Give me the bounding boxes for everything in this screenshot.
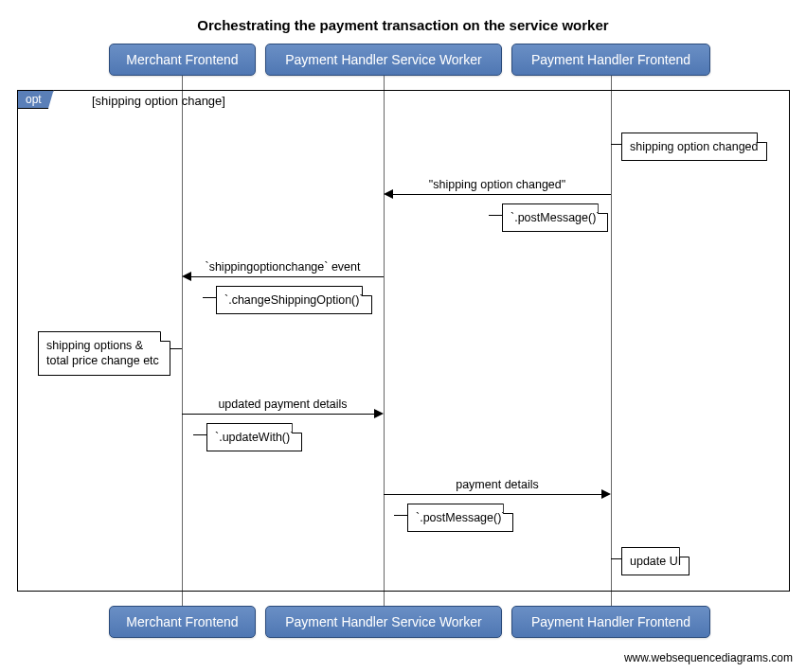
note-tick-5 xyxy=(193,434,206,435)
msg3-label: updated payment details xyxy=(182,398,384,411)
note-update-ui: update UI xyxy=(621,547,690,575)
note-tick-6 xyxy=(394,515,407,516)
note-options-total-text: shipping options & total price change et… xyxy=(46,339,159,367)
actor-frontend-top: Payment Handler Frontend xyxy=(511,44,710,76)
opt-label: opt xyxy=(17,90,54,109)
note-postmsg2: `.postMessage()` xyxy=(407,504,513,532)
actor-frontend-bottom: Payment Handler Frontend xyxy=(511,606,710,638)
note-postmsg1: `.postMessage()` xyxy=(502,203,608,232)
msg2-label: `shippingoptionchange` event xyxy=(182,260,384,274)
note-tick-3 xyxy=(203,297,216,298)
actor-merchant-top: Merchant Frontend xyxy=(109,44,256,76)
msg4-line xyxy=(384,494,601,495)
msg1-arrow xyxy=(384,189,393,199)
note-tick-1 xyxy=(611,144,621,145)
opt-guard: [shipping option change] xyxy=(92,94,225,108)
note-shipping-changed: shipping option changed xyxy=(621,133,767,161)
msg2-line xyxy=(191,276,384,277)
note-tick-2 xyxy=(489,215,502,216)
actor-sw-bottom: Payment Handler Service Worker xyxy=(265,606,502,638)
note-tick-4 xyxy=(170,348,182,349)
msg1-label: "shipping option changed" xyxy=(384,178,611,191)
note-options-total: shipping options & total price change et… xyxy=(38,331,170,376)
msg3-arrow xyxy=(374,409,384,418)
msg3-line xyxy=(182,414,374,415)
msg1-line xyxy=(393,194,611,195)
note-change-shipping: `.changeShippingOption()` xyxy=(216,286,372,314)
note-tick-7 xyxy=(611,558,621,559)
msg4-arrow xyxy=(601,489,611,499)
msg4-label: payment details xyxy=(384,478,611,491)
actor-merchant-bottom: Merchant Frontend xyxy=(109,606,256,638)
msg2-arrow xyxy=(182,272,191,281)
credit-text: www.websequencediagrams.com xyxy=(624,651,793,664)
diagram-title: Orchestrating the payment transaction on… xyxy=(9,17,797,33)
note-updatewith: `.updateWith()` xyxy=(206,423,302,451)
actor-sw-top: Payment Handler Service Worker xyxy=(265,44,502,76)
